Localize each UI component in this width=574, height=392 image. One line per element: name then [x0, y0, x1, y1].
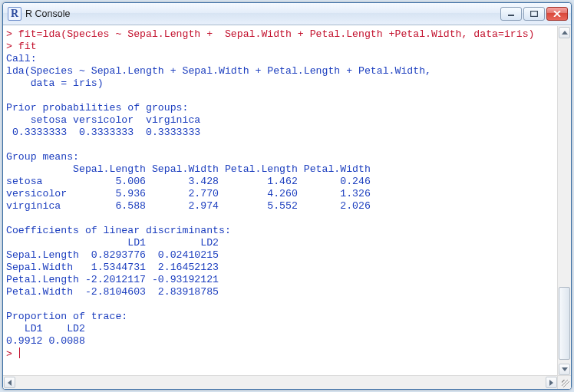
- out-coef-row4: Petal.Width -2.8104603 2.83918785: [6, 286, 219, 298]
- prompt: >: [6, 348, 18, 360]
- out-priors-header: Prior probabilities of groups:: [6, 102, 188, 114]
- text-cursor: [19, 348, 20, 358]
- window-buttons: [500, 7, 568, 21]
- scroll-right-button[interactable]: [546, 377, 557, 388]
- out-priors-vals: 0.3333333 0.3333333 0.3333333: [6, 127, 206, 138]
- minimize-button[interactable]: [500, 7, 522, 21]
- out-coef-row1: Sepal.Length 0.8293776 0.02410215: [6, 249, 219, 261]
- horizontal-scrollbar[interactable]: [3, 375, 558, 389]
- console-area: > fit=lda(Species ~ Sepal.Length + Sepal…: [3, 25, 571, 389]
- out-means-row3: virginica 6.588 2.974 5.552 2.026: [6, 200, 371, 212]
- out-call-header: Call:: [6, 53, 37, 64]
- out-coef-row3: Petal.Length -2.2012117 -0.93192121: [6, 274, 219, 285]
- r-console-window: R R Console > fit=lda(Species ~ Sepal.Le…: [2, 2, 572, 390]
- out-means-row2: versicolor 5.936 2.770 4.260 1.326: [6, 188, 371, 199]
- vertical-scrollbar[interactable]: [557, 26, 571, 376]
- console-output[interactable]: > fit=lda(Species ~ Sepal.Length + Sepal…: [3, 26, 571, 389]
- window-title: R Console: [25, 8, 500, 19]
- prompt: >: [6, 41, 18, 52]
- out-trace-vals: 0.9912 0.0088: [6, 335, 91, 347]
- close-button[interactable]: [546, 7, 568, 21]
- r-app-icon: R: [8, 7, 21, 21]
- out-coef-header: Coefficients of linear discriminants:: [6, 225, 231, 236]
- out-trace-header: Proportion of trace:: [6, 311, 127, 322]
- chevron-left-icon: [8, 380, 12, 386]
- scroll-left-button[interactable]: [4, 377, 15, 388]
- out-means-cols: Sepal.Length Sepal.Width Petal.Length Pe…: [6, 163, 371, 175]
- chevron-up-icon: [562, 31, 568, 35]
- svg-rect-1: [531, 12, 538, 17]
- svg-rect-0: [508, 15, 514, 16]
- cmd-line-2: fit: [18, 41, 37, 52]
- out-coef-cols: LD1 LD2: [6, 237, 219, 249]
- maximize-button[interactable]: [523, 7, 545, 21]
- out-trace-cols: LD1 LD2: [6, 323, 91, 334]
- resize-grip[interactable]: [557, 375, 571, 389]
- out-means-row1: setosa 5.006 3.428 1.462 0.246: [6, 176, 371, 187]
- prompt: >: [6, 28, 18, 40]
- out-priors-names: setosa versicolor virginica: [6, 114, 206, 126]
- titlebar[interactable]: R R Console: [3, 3, 571, 25]
- scroll-thumb[interactable]: [559, 287, 570, 360]
- scroll-up-button[interactable]: [559, 27, 570, 38]
- chevron-down-icon: [562, 367, 568, 371]
- scroll-down-button[interactable]: [559, 364, 570, 375]
- out-call-body1: lda(Species ~ Sepal.Length + Sepal.Width…: [6, 65, 437, 77]
- out-call-body2: data = iris): [6, 77, 104, 89]
- out-means-header: Group means:: [6, 151, 79, 163]
- cmd-line-1: fit=lda(Species ~ Sepal.Length + Sepal.W…: [18, 28, 535, 40]
- chevron-right-icon: [549, 380, 553, 386]
- out-coef-row2: Sepal.Width 1.5344731 2.16452123: [6, 262, 219, 273]
